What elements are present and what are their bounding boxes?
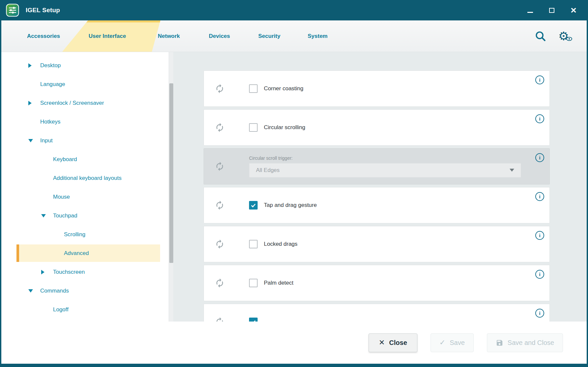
partial-setting-checkbox[interactable] [249,318,264,322]
close-button[interactable]: ✕ Close [369,333,417,352]
sidebar-item-display-settings[interactable]: Display settings [1,52,169,56]
setting-row-palm-detect: Palm detect i [204,265,550,301]
sidebar-item-keyboard[interactable]: Keyboard [1,150,169,169]
checkbox-box [249,201,258,210]
info-icon[interactable]: i [535,192,544,201]
sidebar-item-language[interactable]: Language [1,75,169,94]
reset-parameter-icon[interactable] [204,84,236,94]
close-window-button[interactable]: × [568,4,579,16]
minimize-icon [527,12,533,13]
setting-row-circular-scrolling: Circular scrolling i [204,109,550,146]
checkbox-box [249,240,258,248]
chevron-right-icon[interactable] [28,101,36,105]
circular-scrolling-checkbox[interactable]: Circular scrolling [249,123,305,132]
setting-row-locked-drags: Locked drags i [204,226,550,262]
search-icon[interactable] [534,30,547,43]
sidebar-item-desktop[interactable]: Desktop [1,56,169,75]
setting-row-tap-and-drag-gesture: Tap and drag gesture i [204,187,550,223]
save-button: ✓ Save [431,333,474,352]
sidebar-item-additional-keyboard-layouts[interactable]: Additional keyboard layouts [1,169,169,187]
chevron-right-icon[interactable] [41,270,49,274]
info-icon[interactable]: i [535,153,544,162]
chevron-down-icon[interactable] [41,214,49,217]
select-value: All Edges [256,167,280,174]
maximize-button[interactable] [546,4,558,16]
sidebar-item-logoff[interactable]: Logoff [1,300,169,319]
dropdown-arrow-icon [510,169,514,172]
window-title: IGEL Setup [26,7,60,14]
chevron-right-icon[interactable] [28,63,36,68]
sidebar-item-screenlock-screensaver[interactable]: Screenlock / Screensaver [1,94,169,112]
maximize-icon [549,8,554,13]
checkbox-box [249,84,258,93]
reset-parameter-icon[interactable] [204,200,236,210]
palm-detect-checkbox[interactable]: Palm detect [249,279,294,287]
window-controls: × [524,4,587,16]
tap-and-drag-gesture-checkbox[interactable]: Tap and drag gesture [249,201,317,210]
sidebar-item-mouse[interactable]: Mouse [1,187,169,206]
minimize-button[interactable] [524,4,536,16]
eye-icon [566,36,572,42]
setting-row-partial: i [204,304,550,322]
info-icon[interactable]: i [535,309,544,318]
scrollbar-thumb[interactable] [169,83,173,263]
chevron-down-icon[interactable] [28,139,36,142]
checkbox-box [249,123,258,132]
titlebar: IGEL Setup × [1,0,587,20]
reset-parameter-icon[interactable] [204,123,236,132]
tab-devices[interactable]: Devices [209,33,230,40]
checkbox-box [249,318,258,322]
checkbox-box [249,279,258,287]
corner-coasting-checkbox[interactable]: Corner coasting [249,84,303,93]
chevron-down-icon[interactable] [28,289,36,293]
sidebar-item-advanced[interactable]: Advanced [1,244,169,263]
reset-parameter-icon[interactable] [204,278,236,288]
reset-parameter-icon[interactable] [204,317,236,322]
reset-parameter-icon [204,161,236,171]
tab-accessories[interactable]: Accessories [27,33,60,40]
window-bottom-border [1,364,587,367]
settings-gear-icon[interactable]: ⚙ [557,30,570,43]
close-icon: × [571,5,576,15]
info-icon[interactable]: i [535,231,544,240]
sidebar-item-commands[interactable]: Commands [1,281,169,300]
close-x-icon: ✕ [379,339,385,346]
info-icon[interactable]: i [535,75,544,84]
info-icon[interactable]: i [535,270,544,279]
locked-drags-checkbox[interactable]: Locked drags [249,240,297,248]
sidebar-item-input[interactable]: Input [1,131,169,150]
sidebar-item-touchscreen[interactable]: Touchscreen [1,263,169,281]
info-icon[interactable]: i [535,114,544,123]
sidebar-item-scrolling[interactable]: Scrolling [1,225,169,244]
tab-user-interface[interactable]: User Interface [89,33,126,40]
save-floppy-icon [496,339,503,347]
tab-network[interactable]: Network [158,33,180,40]
circular-scroll-trigger-select: All Edges [249,163,521,178]
igel-setup-window: IGEL Setup × Accessories User Interface … [0,0,588,367]
sidebar-item-touchpad[interactable]: Touchpad [1,206,169,225]
tab-system[interactable]: System [308,33,327,40]
save-and-close-button: Save and Close [487,333,563,352]
circular-scroll-trigger-label: Circular scroll trigger: [249,155,521,161]
igel-logo-icon [6,4,19,17]
sidebar-tree: Display settings Desktop Language Screen… [1,52,169,322]
sidebar-scrollbar[interactable] [169,52,173,322]
settings-panel: Corner coasting i Circular scrolling i C… [173,52,587,322]
tab-security[interactable]: Security [258,33,280,40]
footer-bar: ✕ Close ✓ Save Save and Close [1,322,587,364]
tab-bar: Accessories User Interface Network Devic… [1,20,587,52]
sidebar-item-hotkeys[interactable]: Hotkeys [1,112,169,131]
setting-row-circular-scroll-trigger: Circular scroll trigger: All Edges i [204,148,550,184]
check-icon: ✓ [439,339,445,346]
setting-row-corner-coasting: Corner coasting i [204,71,550,107]
reset-parameter-icon[interactable] [204,239,236,249]
